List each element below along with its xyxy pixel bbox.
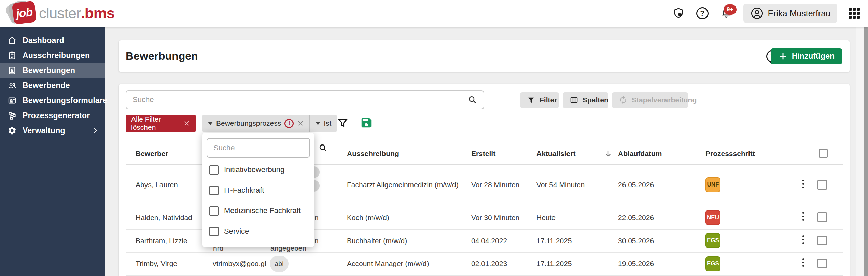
- column-header-ausschreibung[interactable]: Ausschreibung: [347, 143, 399, 164]
- save-filter-button[interactable]: [360, 116, 373, 129]
- sidebar-item-prozessgenerator[interactable]: Prozessgenerator: [0, 108, 105, 123]
- close-icon[interactable]: [183, 120, 190, 127]
- top-bar-actions: ? 9+ Erika: [672, 0, 861, 27]
- application-window: job cluster.bms ?: [0, 0, 868, 276]
- row-checkbox[interactable]: [817, 236, 827, 245]
- sidebar-navigation: Dashboard Ausschreibungen Bewerbungen: [0, 27, 105, 276]
- columns-button-label: Spalten: [583, 96, 608, 104]
- admin-shield-button[interactable]: [672, 6, 685, 20]
- process-step-badge[interactable]: UNF: [705, 177, 720, 192]
- user-menu-button[interactable]: Erika Musterfrau: [743, 4, 837, 23]
- option-checkbox[interactable]: [209, 186, 219, 195]
- operator-chip-label: Ist: [324, 119, 331, 127]
- scrollbar-thumb[interactable]: [864, 27, 868, 276]
- cell-bewerber[interactable]: Abys, Lauren: [136, 164, 178, 206]
- clear-all-filters-chip[interactable]: Alle Filter löschen: [126, 115, 196, 132]
- dropdown-option-it-fachkraft[interactable]: IT-Fachkraft: [202, 182, 314, 198]
- column-header-bewerber[interactable]: Bewerber: [136, 143, 168, 164]
- cell-bewerber[interactable]: Halden, Natividad: [136, 206, 192, 229]
- sidebar-item-bewerbungen[interactable]: Bewerbungen: [0, 63, 105, 78]
- row-menu-button[interactable]: [800, 233, 806, 246]
- notifications-button[interactable]: 9+: [719, 6, 733, 20]
- filter-button[interactable]: Filter: [520, 92, 559, 108]
- batch-processing-button[interactable]: Stapelverarbeitung: [612, 92, 688, 108]
- cell-bewerber[interactable]: Barthram, Lizzie: [136, 229, 187, 252]
- process-filter-chip-main[interactable]: Bewerbungsprozess !: [202, 115, 309, 132]
- page-title: Bewerbungen: [126, 40, 198, 72]
- chevron-down-icon: [316, 122, 320, 125]
- logo-red-square: job: [12, 1, 37, 25]
- covered-text-fragment: n: [314, 237, 319, 245]
- cell-aktualisiert: Heute: [536, 206, 556, 229]
- column-header-ablaufdatum[interactable]: Ablaufdatum: [618, 143, 662, 164]
- clipboard-icon: [7, 50, 17, 60]
- close-icon[interactable]: [297, 120, 304, 127]
- dropdown-option-initiativbewerbung[interactable]: Initiativbewerbung: [202, 162, 314, 178]
- cell-ausschreibung[interactable]: Facharzt Allgemeinmedizin (m/w/d): [347, 164, 459, 206]
- columns-button[interactable]: Spalten: [563, 92, 608, 108]
- sidebar-item-verwaltung[interactable]: Verwaltung: [0, 123, 105, 138]
- cell-aktualisiert: 17.11.2025: [536, 252, 572, 275]
- cell-ausschreibung[interactable]: Account Manager (m/w/d): [347, 252, 429, 275]
- row-menu-button[interactable]: [800, 178, 806, 190]
- batch-button-label: Stapelverarbeitung: [632, 96, 697, 104]
- process-step-badge[interactable]: EGS: [705, 233, 720, 248]
- option-checkbox[interactable]: [209, 206, 219, 216]
- sidebar-label-verwaltung: Verwaltung: [23, 126, 65, 135]
- process-filter-chip: Bewerbungsprozess ! Ist: [202, 115, 337, 132]
- top-bar: job cluster.bms ?: [0, 0, 868, 27]
- add-button-label: Hinzufügen: [792, 52, 835, 61]
- dropdown-option-medizinische-fachkraft[interactable]: Medizinische Fachkraft: [202, 203, 314, 219]
- search-input[interactable]: [126, 95, 467, 104]
- flow-icon: [7, 110, 17, 121]
- home-icon: [7, 35, 17, 45]
- help-button[interactable]: ?: [696, 6, 709, 20]
- sidebar-item-bewerbungsformulare[interactable]: Bewerbungsformulare: [0, 93, 105, 108]
- form-image-icon: [7, 95, 17, 106]
- process-step-badge[interactable]: NEU: [705, 210, 720, 225]
- apps-menu-button[interactable]: [848, 6, 861, 20]
- cell-erstellt: 04.04.2022: [471, 229, 507, 252]
- logo-text-cluster: cluster: [39, 5, 81, 22]
- dropdown-option-service[interactable]: Service: [202, 223, 314, 239]
- apply-filter-button[interactable]: [337, 117, 349, 129]
- select-all-checkbox[interactable]: [819, 149, 828, 158]
- logo-text-job: job: [15, 5, 33, 20]
- cell-ausschreibung[interactable]: Buchhalter (m/w/d): [347, 229, 407, 252]
- dropdown-search-input[interactable]: [207, 143, 318, 152]
- sidebar-item-bewerbende[interactable]: Bewerbende: [0, 78, 105, 93]
- column-header-erstellt[interactable]: Erstellt: [471, 143, 495, 164]
- sidebar-label-bewerbungsformulare: Bewerbungsformulare: [23, 96, 107, 105]
- warning-exclamation-icon: !: [284, 119, 294, 128]
- column-header-aktualisiert[interactable]: Aktualisiert: [536, 143, 575, 164]
- row-checkbox[interactable]: [817, 212, 827, 222]
- process-chip-label: Bewerbungsprozess: [216, 119, 281, 127]
- sidebar-label-bewerbende: Bewerbende: [23, 81, 70, 90]
- cell-erstellt: 02.01.2023: [471, 252, 507, 275]
- cell-ablaufdatum: 22.05.2026: [618, 206, 654, 229]
- cell-bewerber[interactable]: Trimby, Virge: [136, 252, 177, 275]
- process-step-badge[interactable]: EGS: [705, 256, 720, 271]
- save-disk-icon: [360, 116, 373, 129]
- funnel-outline-icon: [337, 117, 349, 129]
- tag-badge[interactable]: abi: [270, 256, 289, 272]
- option-checkbox[interactable]: [209, 227, 219, 236]
- cell-erstellt: Vor 28 Minuten: [471, 164, 519, 206]
- option-checkbox[interactable]: [209, 165, 219, 175]
- row-menu-button[interactable]: [800, 256, 806, 269]
- people-icon: [7, 80, 17, 91]
- cell-ausschreibung[interactable]: Koch (m/w/d): [347, 206, 389, 229]
- cell-aktualisiert: 17.11.2025: [536, 229, 572, 252]
- app-logo[interactable]: job cluster.bms: [10, 1, 114, 25]
- operator-chip[interactable]: Ist: [310, 115, 337, 132]
- help-icon: ?: [696, 7, 709, 19]
- add-application-button[interactable]: Hinzufügen: [771, 48, 842, 64]
- column-header-prozessschritt[interactable]: Prozessschritt: [705, 143, 755, 164]
- sidebar-item-ausschreibungen[interactable]: Ausschreibungen: [0, 48, 105, 63]
- row-checkbox[interactable]: [817, 259, 827, 268]
- sidebar-item-dashboard[interactable]: Dashboard: [0, 33, 105, 48]
- row-checkbox[interactable]: [817, 180, 827, 190]
- option-label: Initiativbewerbung: [224, 165, 284, 174]
- sidebar-label-prozessgenerator: Prozessgenerator: [23, 111, 90, 120]
- row-menu-button[interactable]: [800, 210, 806, 223]
